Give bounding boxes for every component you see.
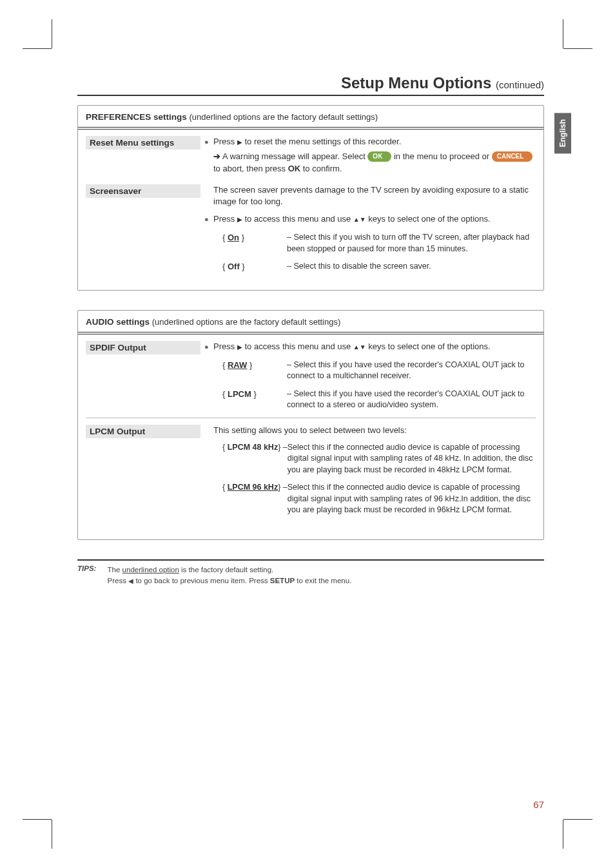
spdif-row: SPDIF Output ● Press to access this menu… xyxy=(86,341,536,411)
text: to exit the menu. xyxy=(295,577,351,584)
text: to reset the menu settings of this recor… xyxy=(242,137,401,146)
spdif-bullet: Press to access this menu and use keys t… xyxy=(213,341,536,353)
play-icon xyxy=(237,137,242,146)
lpcm96-row: { LPCM 96 kHz} – Select this if the conn… xyxy=(222,482,536,516)
lpcm-output-label: LPCM Output xyxy=(86,425,200,438)
tips-label: TIPS: xyxy=(77,564,105,572)
lpcm48-row: { LPCM 48 kHz} – Select this if the conn… xyxy=(222,442,536,476)
audio-header-strong: AUDIO settings xyxy=(86,317,150,327)
text: is the factory default setting. xyxy=(179,566,273,574)
screensaver-label: Screensaver xyxy=(86,184,200,198)
text: Press xyxy=(213,137,237,146)
divider xyxy=(86,418,536,418)
text: Press xyxy=(213,214,237,224)
text: to access this menu and use xyxy=(242,342,353,351)
lpcm48-val: Select this if the connected audio devic… xyxy=(288,442,536,476)
text: to go back to previous menu item. Press xyxy=(133,577,270,584)
title-text: Setup Menu Options xyxy=(341,74,491,92)
tips-section: TIPS: The underlined option is the facto… xyxy=(77,559,544,587)
lpcm48-key: LPCM 48 kHz xyxy=(228,443,278,452)
screensaver-off-row: { Off } – Select this to disable the scr… xyxy=(204,261,536,273)
spdif-label: SPDIF Output xyxy=(86,341,200,354)
audio-header-note: (underlined options are the factory defa… xyxy=(150,317,340,327)
text: to access this menu and use xyxy=(242,214,353,224)
underlined-option: underlined option xyxy=(122,566,179,574)
reset-menu-row: Reset Menu settings ● Press to reset the… xyxy=(86,136,536,175)
lpcm96-key: LPCM 96 kHz xyxy=(228,483,278,492)
play-icon xyxy=(237,342,242,351)
page-title: Setup Menu Options (continued) xyxy=(77,74,544,92)
page-number: 67 xyxy=(533,799,544,810)
text: Press xyxy=(108,577,129,584)
prefs-header-strong: PREFERENCES settings xyxy=(86,112,187,122)
screensaver-intro: The screen saver prevents damage to the … xyxy=(204,184,536,209)
lpcm-val: – Select this if you have used the recor… xyxy=(287,389,536,411)
down-icon xyxy=(360,214,366,224)
cancel-pill: CANCEL xyxy=(492,151,533,162)
title-continued: (continued) xyxy=(496,79,544,90)
text: The xyxy=(108,566,122,574)
down-icon xyxy=(360,342,366,351)
screensaver-row: Screensaver The screen saver prevents da… xyxy=(86,184,536,273)
up-icon xyxy=(353,342,360,351)
text: keys to select one of the options. xyxy=(366,214,491,224)
reset-line1: Press to reset the menu settings of this… xyxy=(213,136,536,148)
dash: – xyxy=(280,483,287,492)
reset-menu-label: Reset Menu settings xyxy=(86,136,200,149)
off-val: – Select this to disable the screen save… xyxy=(287,261,536,273)
lpcm-intro: This setting allows you to select betwee… xyxy=(204,425,536,437)
screensaver-bullet: Press to access this menu and use keys t… xyxy=(213,213,536,226)
setup-bold: SETUP xyxy=(270,577,295,584)
reset-line2: ➔ A warning message will appear. Select … xyxy=(204,151,536,175)
on-val: – Select this if you wish to turn off th… xyxy=(287,232,536,255)
prefs-header-note: (underlined options are the factory defa… xyxy=(187,112,378,122)
preferences-header: PREFERENCES settings (underlined options… xyxy=(78,106,543,130)
left-icon xyxy=(128,577,133,584)
language-tab: English xyxy=(554,113,571,153)
raw-key: RAW xyxy=(228,360,247,370)
lpcm-key: LPCM xyxy=(228,389,251,399)
arrow-icon: ➔ xyxy=(213,151,220,161)
title-rule xyxy=(77,95,544,96)
text: A warning message will appear. Select xyxy=(220,151,367,161)
on-key: On xyxy=(228,233,239,242)
lpcm96-val: Select this if the connected audio devic… xyxy=(288,482,536,516)
ok-bold: OK xyxy=(288,164,301,173)
text: in the menu to proceed or xyxy=(391,151,491,161)
text: to abort, then press xyxy=(213,164,288,173)
up-icon xyxy=(353,214,360,224)
dash: – xyxy=(280,443,287,452)
spdif-raw-row: { RAW } – Select this if you have used t… xyxy=(204,360,536,382)
audio-header: AUDIO settings (underlined options are t… xyxy=(78,311,543,334)
lpcm-output-row: LPCM Output This setting allows you to s… xyxy=(86,425,536,523)
audio-panel: AUDIO settings (underlined options are t… xyxy=(77,310,544,540)
spdif-lpcm-row: { LPCM } – Select this if you have used … xyxy=(204,389,536,411)
preferences-panel: PREFERENCES settings (underlined options… xyxy=(77,105,544,291)
text: keys to select one of the options. xyxy=(366,342,491,351)
off-key: Off xyxy=(228,262,240,271)
bullet-icon: ● xyxy=(204,213,213,225)
raw-val: – Select this if you have used the recor… xyxy=(287,360,536,382)
ok-pill: OK xyxy=(367,151,391,162)
bullet-icon: ● xyxy=(204,136,213,148)
play-icon xyxy=(237,214,242,224)
bullet-icon: ● xyxy=(204,341,213,352)
text: Press xyxy=(213,342,237,351)
screensaver-on-row: { On } – Select this if you wish to turn… xyxy=(204,232,536,255)
text: to confirm. xyxy=(300,164,342,173)
